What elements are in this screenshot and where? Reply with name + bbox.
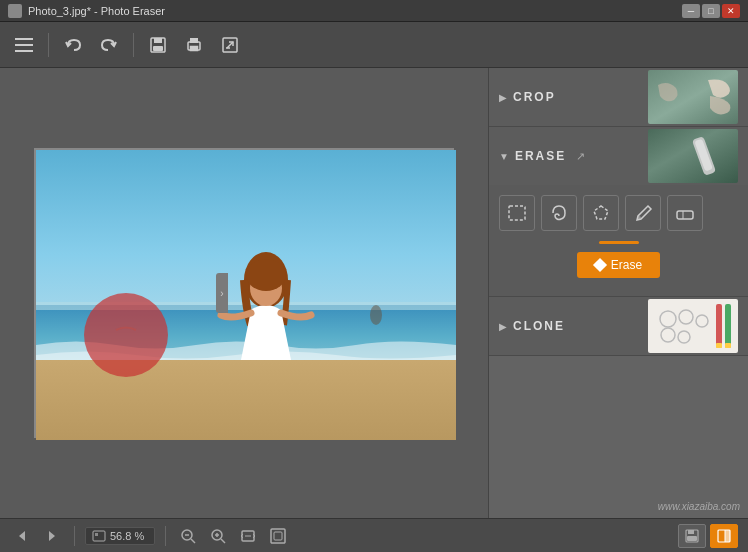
zoom-in-icon xyxy=(210,528,226,544)
erase-title: ERASE xyxy=(515,149,566,163)
svg-rect-56 xyxy=(725,530,730,542)
toolbar-separator-2 xyxy=(133,33,134,57)
redo-button[interactable] xyxy=(93,29,125,61)
maximize-button[interactable]: □ xyxy=(702,4,720,18)
print-icon xyxy=(186,37,202,53)
prev-icon xyxy=(16,530,28,542)
svg-rect-4 xyxy=(154,38,162,43)
undo-button[interactable] xyxy=(57,29,89,61)
svg-rect-12 xyxy=(36,360,456,440)
eraser-tool[interactable] xyxy=(667,195,703,231)
save-small-icon xyxy=(685,529,699,543)
clone-arrow: ▶ xyxy=(499,321,507,332)
lasso-select-tool[interactable] xyxy=(541,195,577,231)
poly-select-tool[interactable] xyxy=(583,195,619,231)
prev-image-button[interactable] xyxy=(10,524,34,548)
crop-title: CROP xyxy=(513,90,556,104)
save-button[interactable] xyxy=(142,29,174,61)
title-bar: Photo_3.jpg* - Photo Eraser ─ □ ✕ xyxy=(0,0,748,22)
svg-rect-35 xyxy=(716,343,722,348)
canvas-area[interactable]: › xyxy=(0,68,488,518)
brush-tool[interactable] xyxy=(625,195,661,231)
export-button[interactable] xyxy=(214,29,246,61)
title-bar-left: Photo_3.jpg* - Photo Eraser xyxy=(8,4,165,18)
svg-rect-7 xyxy=(190,38,198,43)
zoom-display: 56.8 % xyxy=(85,527,155,545)
panel-toggle-button[interactable] xyxy=(710,524,738,548)
next-image-button[interactable] xyxy=(40,524,64,548)
svg-rect-1 xyxy=(15,44,33,46)
save-icon xyxy=(150,37,166,53)
minimize-button[interactable]: ─ xyxy=(682,4,700,18)
svg-rect-39 xyxy=(93,531,105,541)
menu-icon xyxy=(15,38,33,52)
window-controls: ─ □ ✕ xyxy=(682,4,740,18)
svg-rect-53 xyxy=(688,530,694,534)
fit-width-icon xyxy=(240,528,256,544)
svg-point-18 xyxy=(370,305,382,325)
clone-header[interactable]: ▶ CLONE xyxy=(489,297,748,355)
close-button[interactable]: ✕ xyxy=(722,4,740,18)
zoom-level: 56.8 % xyxy=(110,530,144,542)
panel-expand-handle[interactable]: › xyxy=(216,273,228,313)
svg-rect-0 xyxy=(15,38,33,40)
print-button[interactable] xyxy=(178,29,210,61)
clone-section: ▶ CLONE xyxy=(489,297,748,356)
svg-rect-51 xyxy=(274,532,282,540)
svg-rect-54 xyxy=(687,536,697,541)
menu-button[interactable] xyxy=(8,29,40,61)
erase-button-label: Erase xyxy=(611,258,642,272)
tool-indicator xyxy=(599,241,639,244)
svg-rect-27 xyxy=(648,299,738,353)
erase-link-icon: ↗ xyxy=(576,150,585,163)
svg-rect-50 xyxy=(271,529,285,543)
watermark: www.xiazaiba.com xyxy=(658,501,740,512)
bottom-separator-1 xyxy=(74,526,75,546)
svg-marker-37 xyxy=(19,531,25,541)
image-container[interactable] xyxy=(34,148,454,438)
app-icon xyxy=(8,4,22,18)
svg-rect-40 xyxy=(95,533,98,536)
svg-line-47 xyxy=(221,539,225,543)
undo-icon xyxy=(64,37,82,53)
svg-rect-34 xyxy=(725,304,731,348)
panel-toggle-icon xyxy=(717,529,731,543)
bottom-bar: 56.8 % xyxy=(0,518,748,552)
erase-section: ▼ ERASE ↗ xyxy=(489,127,748,297)
erase-arrow: ▼ xyxy=(499,151,509,162)
svg-rect-25 xyxy=(677,211,693,219)
erase-button[interactable]: Erase xyxy=(577,252,660,278)
bottom-right-buttons xyxy=(678,524,738,548)
zoom-out-button[interactable] xyxy=(176,524,200,548)
svg-point-16 xyxy=(246,259,286,291)
erase-btn-container: Erase xyxy=(499,252,738,278)
export-icon xyxy=(222,37,238,53)
zoom-in-button[interactable] xyxy=(206,524,230,548)
main-layout: › ▶ CROP xyxy=(0,68,748,518)
crop-preview xyxy=(648,70,738,124)
zoom-out-icon xyxy=(180,528,196,544)
svg-marker-38 xyxy=(49,531,55,541)
erase-tools-row xyxy=(499,195,738,231)
svg-rect-5 xyxy=(153,46,163,51)
fit-width-button[interactable] xyxy=(236,524,260,548)
clone-title: CLONE xyxy=(513,319,565,333)
image-icon xyxy=(92,530,106,542)
next-icon xyxy=(46,530,58,542)
redo-icon xyxy=(100,37,118,53)
fit-window-button[interactable] xyxy=(266,524,290,548)
rect-select-tool[interactable] xyxy=(499,195,535,231)
svg-rect-36 xyxy=(725,343,731,348)
beach-scene xyxy=(36,150,456,440)
crop-header[interactable]: ▶ CROP xyxy=(489,68,748,126)
svg-line-43 xyxy=(191,539,195,543)
bottom-separator-2 xyxy=(165,526,166,546)
erase-header[interactable]: ▼ ERASE ↗ xyxy=(489,127,748,185)
clone-preview xyxy=(648,299,738,353)
erase-icon-diamond xyxy=(593,258,607,272)
crop-section: ▶ CROP xyxy=(489,68,748,127)
right-panel: ▶ CROP xyxy=(488,68,748,518)
crop-arrow: ▶ xyxy=(499,92,507,103)
save-file-button[interactable] xyxy=(678,524,706,548)
svg-rect-23 xyxy=(509,206,525,220)
